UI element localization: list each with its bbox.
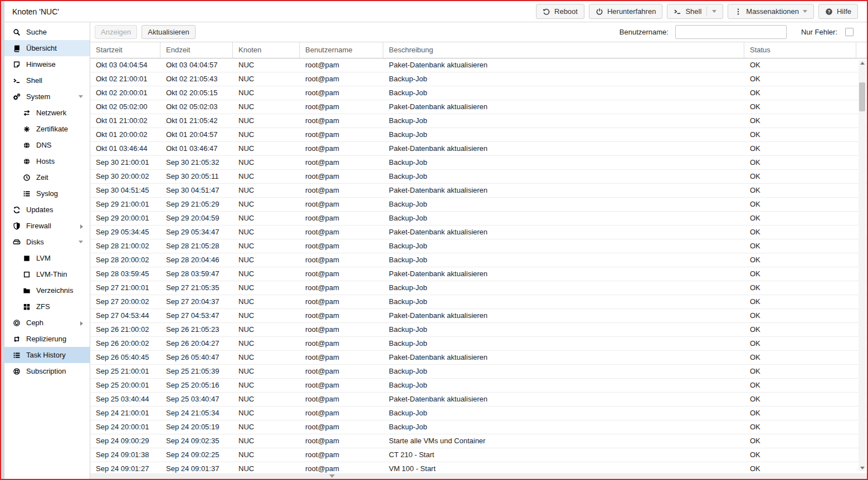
table-row[interactable]: Okt 03 04:04:54Okt 03 04:04:57NUCroot@pa… [90,58,867,72]
sidebar-item-syslog[interactable]: Syslog [4,185,90,202]
sidebar-item-dns[interactable]: DNS [4,137,90,153]
sidebar-item-replizierung[interactable]: Replizierung [4,331,90,347]
sidebar-item-system[interactable]: System [4,89,90,105]
cell-endzeit: Sep 26 21:05:23 [160,323,233,336]
cell-benutzername: root@pam [300,379,383,392]
sidebar-item--bersicht[interactable]: Übersicht [4,40,90,56]
sidebar-item-zfs[interactable]: ZFS [4,298,90,315]
show-task-button[interactable]: Anzeigen [95,25,137,39]
table-row[interactable]: Sep 27 04:53:44Sep 27 04:53:47NUCroot@pa… [90,309,867,323]
help-button[interactable]: ? Hilfe [818,4,858,19]
chevron-down-icon[interactable] [803,10,807,13]
cell-benutzername: root@pam [300,156,383,169]
sidebar-item-hinweise[interactable]: Hinweise [4,56,90,72]
table-row[interactable]: Sep 27 20:00:02Sep 27 20:04:37NUCroot@pa… [90,295,867,309]
sidebar-item-label: Syslog [36,189,58,198]
sidebar-item-disks[interactable]: Disks [4,234,90,250]
table-row[interactable]: Sep 29 21:00:01Sep 29 21:05:29NUCroot@pa… [90,198,867,212]
shell-button[interactable]: Shell [667,4,723,19]
table-row[interactable]: Sep 24 20:00:01Sep 24 20:05:19NUCroot@pa… [90,420,867,434]
cell-startzeit: Sep 24 21:00:01 [90,406,160,420]
cell-endzeit: Sep 26 05:40:47 [160,351,233,364]
sidebar-item-suche[interactable]: Suche [4,24,90,40]
terminal-icon [674,8,681,16]
sidebar-item-lvm-thin[interactable]: LVM-Thin [4,266,90,282]
cell-knoten: NUC [233,212,300,225]
sidebar-item-subscription[interactable]: Subscription [4,363,90,379]
table-row[interactable]: Okt 02 21:00:01Okt 02 21:05:43NUCroot@pa… [90,72,867,86]
table-row[interactable]: Sep 30 21:00:01Sep 30 21:05:32NUCroot@pa… [90,156,867,170]
sidebar-item-verzeichnis[interactable]: Verzeichnis [4,282,90,298]
table-row[interactable]: Sep 29 05:34:45Sep 29 05:34:47NUCroot@pa… [90,226,867,239]
horizontal-scrollbar[interactable] [90,473,867,479]
cell-startzeit: Okt 01 21:00:02 [90,114,160,128]
table-row[interactable]: Sep 26 21:00:02Sep 26 21:05:23NUCroot@pa… [90,323,867,337]
table-row[interactable]: Sep 28 21:00:02Sep 28 21:05:28NUCroot@pa… [90,239,867,253]
titlebar: Knoten 'NUC' Reboot Herunterfahren Shell [4,1,867,22]
table-row[interactable]: Sep 25 21:00:01Sep 25 21:05:39NUCroot@pa… [90,365,867,379]
sidebar-item-label: ZFS [36,302,50,311]
vertical-scrollbar[interactable] [859,60,866,471]
username-filter-input[interactable] [675,25,787,39]
table-row[interactable]: Okt 02 20:00:01Okt 02 20:05:15NUCroot@pa… [90,86,867,100]
chevron-right-icon[interactable] [80,224,83,229]
only-errors-checkbox[interactable] [845,28,854,36]
scrollbar-thumb[interactable] [859,82,865,111]
scroll-up-arrow-icon[interactable] [860,62,865,65]
sidebar-item-ceph[interactable]: Ceph [4,315,90,331]
table-row[interactable]: Okt 01 21:00:02Okt 01 21:05:42NUCroot@pa… [90,114,867,128]
table-row[interactable]: Sep 25 20:00:01Sep 25 20:05:16NUCroot@pa… [90,379,867,393]
reboot-button[interactable]: Reboot [536,4,584,19]
cell-knoten: NUC [233,184,300,197]
table-row[interactable]: Sep 26 05:40:45Sep 26 05:40:47NUCroot@pa… [90,351,867,365]
cell-endzeit: Sep 28 03:59:47 [160,267,233,281]
cell-endzeit: Sep 25 20:05:16 [160,379,233,392]
table-row[interactable]: Okt 02 05:02:00Okt 02 05:02:03NUCroot@pa… [90,100,867,114]
sidebar-item-task-history[interactable]: Task History [4,347,90,363]
table-row[interactable]: Sep 25 03:40:44Sep 25 03:40:47NUCroot@pa… [90,393,867,406]
cell-startzeit: Sep 26 20:00:02 [90,337,160,350]
column-header-startzeit[interactable]: Startzeit [90,42,160,58]
refresh-button[interactable]: Aktualisieren [142,25,195,39]
cell-startzeit: Sep 27 04:53:44 [90,309,160,322]
cell-status: OK [744,365,856,378]
sidebar-item-shell[interactable]: Shell [4,72,90,89]
column-header-endzeit[interactable]: Endzeit [160,42,233,58]
sidebar-item-lvm[interactable]: LVM [4,250,90,266]
table-row[interactable]: Sep 26 20:00:02Sep 26 20:04:27NUCroot@pa… [90,337,867,351]
sidebar-item-updates[interactable]: Updates [4,202,90,218]
sidebar-item-hosts[interactable]: Hosts [4,153,90,169]
chevron-right-icon[interactable] [80,321,83,326]
table-row[interactable]: Okt 01 20:00:02Okt 01 20:04:57NUCroot@pa… [90,128,867,142]
table-row[interactable]: Sep 24 21:00:01Sep 24 21:05:34NUCroot@pa… [90,406,867,420]
table-row[interactable]: Sep 30 20:00:02Sep 30 20:05:11NUCroot@pa… [90,170,867,184]
cell-benutzername: root@pam [300,448,383,462]
sidebar-item-firewall[interactable]: Firewall [4,218,90,234]
sidebar-item-zertifikate[interactable]: Zertifikate [4,121,90,137]
cell-endzeit: Sep 24 21:05:34 [160,406,233,420]
table-row[interactable]: Sep 28 20:00:02Sep 28 20:04:46NUCroot@pa… [90,253,867,267]
table-row[interactable]: Sep 28 03:59:45Sep 28 03:59:47NUCroot@pa… [90,267,867,281]
chevron-down-icon[interactable] [79,241,83,243]
table-row[interactable]: Sep 27 21:00:01Sep 27 21:05:35NUCroot@pa… [90,281,867,295]
scroll-down-arrow-icon[interactable] [860,467,865,469]
sidebar-item-zeit[interactable]: Zeit [4,169,90,185]
shutdown-button[interactable]: Herunterfahren [589,4,662,19]
cell-status: OK [744,406,856,420]
table-row[interactable]: Sep 30 04:51:45Sep 30 04:51:47NUCroot@pa… [90,184,867,198]
table-row[interactable]: Okt 01 03:46:44Okt 01 03:46:47NUCroot@pa… [90,142,867,156]
column-header-benutzername[interactable]: Benutzername [300,42,383,58]
chevron-down-icon[interactable] [712,10,716,13]
sidebar-item-netzwerk[interactable]: Netzwerk [4,105,90,121]
cell-endzeit: Sep 26 20:04:27 [160,337,233,350]
chevron-down-icon[interactable] [79,95,83,98]
table-row[interactable]: Sep 29 20:00:01Sep 29 20:04:59NUCroot@pa… [90,212,867,226]
column-header-knoten[interactable]: Knoten [233,42,300,58]
bulk-actions-button[interactable]: Massenaktionen [728,4,814,19]
toolbar: Anzeigen Aktualisieren Benutzername: Nur… [90,22,867,42]
table-row[interactable]: Sep 24 09:00:29Sep 24 09:02:35NUCroot@pa… [90,434,867,448]
column-header-status[interactable]: Status [744,42,856,58]
column-header-beschreibung[interactable]: Beschreibung [383,42,744,58]
table-row[interactable]: Sep 24 09:01:38Sep 24 09:02:25NUCroot@pa… [90,448,867,462]
cell-startzeit: Sep 24 09:00:29 [90,434,160,448]
